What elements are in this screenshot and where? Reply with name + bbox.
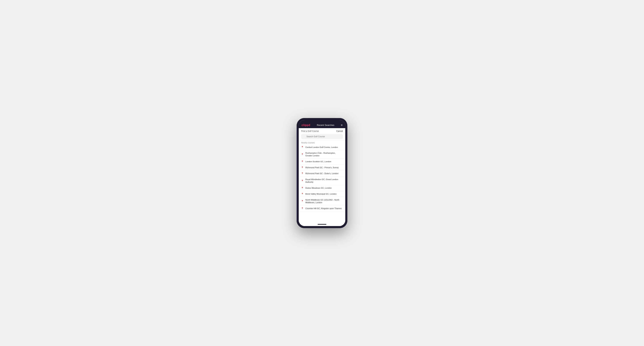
nav-title: Recent Searches [317, 124, 334, 126]
phone-screen: clippd Recent Searches ≡ Find a Golf Cou… [299, 120, 345, 226]
course-list: 📍 Central London Golf Centre, London 📍 R… [299, 144, 345, 223]
search-input[interactable] [301, 134, 343, 139]
search-box-wrap: 🔍 [299, 133, 345, 140]
content-area: Find a Golf Course Cancel 🔍 Nearby cours… [299, 128, 345, 223]
find-bar: Find a Golf Course Cancel [299, 128, 345, 133]
find-label: Find a Golf Course [301, 130, 319, 132]
list-item[interactable]: 📍 Roehampton Club - Roehampton, Greater … [299, 150, 345, 159]
home-indicator [299, 223, 345, 226]
course-name: Roehampton Club - Roehampton, Greater Lo… [305, 152, 343, 157]
course-name: Richmond Park GC - Prince's, Surrey [305, 166, 339, 169]
list-item[interactable]: 📍 Brent Valley Municipal GC, London [299, 191, 345, 197]
pin-icon: 📍 [301, 180, 304, 182]
search-box-container: 🔍 [301, 134, 343, 139]
course-name: Royal Wimbledon GC, Great London Authori… [305, 178, 343, 183]
nearby-section-header: Nearby courses [299, 140, 345, 144]
course-name: Central London Golf Centre, London [305, 146, 338, 149]
menu-icon[interactable]: ≡ [341, 124, 342, 127]
status-bar [299, 120, 345, 122]
list-item[interactable]: 📍 London Scottish GC, London [299, 159, 345, 165]
pin-icon: 📍 [301, 200, 304, 202]
pin-icon: 📍 [301, 146, 304, 148]
home-bar [318, 224, 326, 225]
course-name: Dukes Meadows GC, London [305, 187, 332, 189]
course-name: North Middlesex GC (1011942 - North Midd… [305, 199, 343, 204]
list-item[interactable]: 📍 Richmond Park GC - Duke's, London [299, 171, 345, 176]
pin-icon: 📍 [301, 167, 304, 169]
course-name: London Scottish GC, London [305, 160, 331, 163]
list-item[interactable]: 📍 Coombe Hill GC, Kingston upon Thames [299, 206, 345, 211]
cancel-button[interactable]: Cancel [336, 130, 343, 132]
list-item[interactable]: 📍 Royal Wimbledon GC, Great London Autho… [299, 176, 345, 185]
list-item[interactable]: 📍 North Middlesex GC (1011942 - North Mi… [299, 197, 345, 206]
nav-bar: clippd Recent Searches ≡ [299, 122, 345, 128]
pin-icon: 📍 [301, 193, 304, 195]
app-logo: clippd [302, 124, 310, 127]
course-name: Richmond Park GC - Duke's, London [305, 172, 338, 175]
pin-icon: 📍 [301, 207, 304, 210]
course-name: Brent Valley Municipal GC, London [305, 193, 336, 195]
pin-icon: 📍 [301, 161, 304, 163]
pin-icon: 📍 [301, 173, 304, 175]
pin-icon: 📍 [301, 153, 304, 156]
phone-frame: clippd Recent Searches ≡ Find a Golf Cou… [296, 118, 348, 228]
list-item[interactable]: 📍 Central London Golf Centre, London [299, 144, 345, 150]
list-item[interactable]: 📍 Dukes Meadows GC, London [299, 185, 345, 191]
course-name: Coombe Hill GC, Kingston upon Thames [305, 207, 342, 210]
list-item[interactable]: 📍 Richmond Park GC - Prince's, Surrey [299, 165, 345, 171]
pin-icon: 📍 [301, 187, 304, 189]
